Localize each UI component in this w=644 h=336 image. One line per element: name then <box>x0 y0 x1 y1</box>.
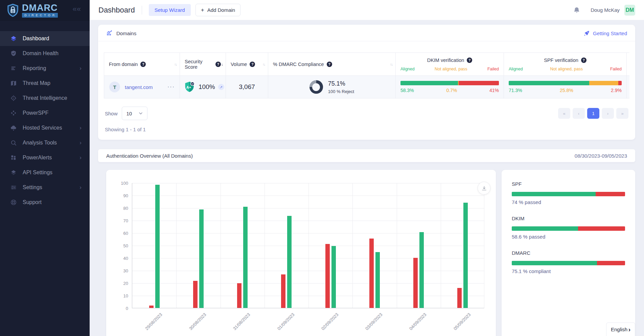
failed-bar <box>457 288 462 308</box>
cell-dmarc-compliance: 75.1% 100 % Reject <box>268 76 396 98</box>
sort-icon[interactable]: ↑↓ <box>174 62 177 66</box>
sidebar-item-powerspf[interactable]: PowerSPF <box>0 106 90 120</box>
page-size-select[interactable]: 10 <box>122 107 147 120</box>
column-header-4[interactable]: % DMARC Compliance?↑↓ <box>268 53 396 75</box>
failed-bar <box>369 239 374 308</box>
summary-label: DMARC <box>512 250 625 256</box>
sort-icon[interactable]: ↑↓ <box>220 62 223 66</box>
row-menu-icon[interactable]: ··· <box>167 84 180 90</box>
bar-chart-icon <box>106 30 113 37</box>
sidebar-item-hosted-services[interactable]: Hosted Services› <box>0 120 90 135</box>
compliance-donut <box>309 80 323 94</box>
sidebar-item-label: Dashboard <box>23 36 49 42</box>
bar-pct-label: 41% <box>489 88 499 93</box>
download-icon <box>481 185 487 192</box>
sidebar-item-label: Support <box>23 199 42 205</box>
language-selector[interactable]: English › <box>606 322 635 336</box>
sidebar-item-analysis-tools[interactable]: Analysis Tools› <box>0 135 90 150</box>
brand-logo: @ DMARC DIRECTOR «« <box>0 0 90 21</box>
help-icon[interactable]: ? <box>250 62 255 67</box>
sort-icon[interactable]: ↑↓ <box>262 62 265 66</box>
help-icon[interactable]: ? <box>467 58 472 63</box>
sidebar-item-domain-health[interactable]: Domain Health <box>0 46 90 61</box>
passed-bar <box>463 203 468 308</box>
user-name[interactable]: Doug McKay <box>591 7 620 13</box>
sidebar-item-threat-intelligence[interactable]: Threat Intelligence <box>0 91 90 106</box>
sidebar-item-label: Threat Map <box>23 80 50 86</box>
chevron-right-icon: › <box>79 65 82 72</box>
passed-bar <box>199 209 204 308</box>
cell-from-domain: T tangent.com ··· <box>104 76 180 98</box>
brand-subtitle: DIRECTOR <box>22 13 58 18</box>
table-header-row: From domain?↑↓Security Score?↑↓Volume?↑↓… <box>104 52 629 76</box>
sidebar-item-dashboard[interactable]: Dashboard <box>0 31 90 46</box>
getting-started-link[interactable]: Getting Started <box>583 30 627 37</box>
help-icon[interactable]: ? <box>581 58 586 63</box>
column-header-3[interactable]: Volume?↑↓ <box>226 53 268 75</box>
y-axis-tick: 30 <box>123 268 128 273</box>
failed-bar <box>149 306 154 308</box>
help-icon[interactable]: ? <box>140 62 146 67</box>
x-axis-label: 03/09/2023 <box>364 312 384 331</box>
grid-icon <box>10 154 17 161</box>
sidebar-item-label: Analysis Tools <box>23 140 57 146</box>
y-axis-tick: 70 <box>123 218 128 223</box>
security-grade-shield-icon: A+ <box>184 81 194 93</box>
y-axis-tick: 50 <box>123 243 128 248</box>
auth-overview-title: Authentication Overview (All Domains) <box>106 153 193 159</box>
table-row: T tangent.com ··· A+ 100% ↗ <box>104 76 629 98</box>
bar-pct-label: 2.9% <box>611 88 622 93</box>
summary-progress-bar <box>512 226 625 231</box>
y-axis-tick: 0 <box>126 306 128 311</box>
sidebar-item-label: Reporting <box>23 65 46 71</box>
sidebar-item-poweralerts[interactable]: PowerAlerts› <box>0 150 90 165</box>
sidebar-item-label: Domain Health <box>23 50 59 57</box>
compliance-pct: 75.1% <box>328 80 354 87</box>
date-range[interactable]: 08/30/2023-09/05/2023 <box>575 153 627 159</box>
column-label: From domain <box>109 62 138 67</box>
column-header-2[interactable]: Security Score?↑↓ <box>180 53 226 75</box>
y-axis-tick: 100 <box>121 181 128 186</box>
external-link-icon[interactable]: ↗ <box>218 84 224 90</box>
notification-bell-icon[interactable] <box>573 6 580 14</box>
spf-bar-labels: 71.3%25.8%2.9% <box>509 88 622 93</box>
pagination-button-5[interactable]: » <box>616 108 628 119</box>
plus-icon: + <box>201 8 204 13</box>
chart-download-button[interactable] <box>478 182 490 195</box>
passed-bar <box>287 216 292 308</box>
sidebar-item-settings[interactable]: Settings› <box>0 180 90 195</box>
bar-pct-label: 0.7% <box>446 88 457 93</box>
svg-text:@: @ <box>12 9 14 13</box>
sidebar-item-reporting[interactable]: Reporting› <box>0 61 90 76</box>
bar-group <box>264 216 308 308</box>
magnifier-icon <box>10 139 17 146</box>
sidebar-item-api-settings[interactable]: API Settings <box>0 165 90 180</box>
sort-icon[interactable]: ↑↓ <box>390 62 392 66</box>
sidebar-item-support[interactable]: Support <box>0 195 90 210</box>
getting-started-label: Getting Started <box>593 30 627 36</box>
sidebar-collapse-icon[interactable]: «« <box>73 5 81 13</box>
y-axis-tick: 10 <box>123 293 128 298</box>
map-icon <box>10 80 17 87</box>
auth-summary-panel: SPF74 % passedDKIM58.6 % passedDMARC75.1… <box>502 170 635 336</box>
sidebar-item-label: Settings <box>23 184 42 191</box>
column-header-1[interactable]: From domain?↑↓ <box>104 53 180 75</box>
bar-group <box>176 209 220 308</box>
pagination-button-1[interactable]: « <box>558 108 570 119</box>
help-icon[interactable]: ? <box>327 62 332 67</box>
avatar[interactable]: DM <box>624 5 635 16</box>
sublabel: Aligned <box>509 67 523 71</box>
domain-link[interactable]: tangent.com <box>125 84 153 90</box>
sidebar-item-threat-map[interactable]: Threat Map <box>0 76 90 91</box>
main-content: Domains Getting Started From domain?↑↓Se… <box>90 20 644 336</box>
crosshair-icon <box>10 95 17 102</box>
add-domain-button[interactable]: +Add Domain <box>196 4 240 16</box>
pagination-button-2[interactable]: ‹ <box>573 108 585 119</box>
pagination-button-4[interactable]: › <box>602 108 614 119</box>
pagination-button-3[interactable]: 1 <box>587 108 599 119</box>
bar-pct-label: 58.3% <box>400 88 414 93</box>
setup-wizard-button[interactable]: Setup Wizard <box>149 4 191 16</box>
spf-stacked-bar <box>509 81 622 85</box>
column-label: Volume <box>231 62 247 67</box>
sublabel: Failed <box>487 67 499 71</box>
